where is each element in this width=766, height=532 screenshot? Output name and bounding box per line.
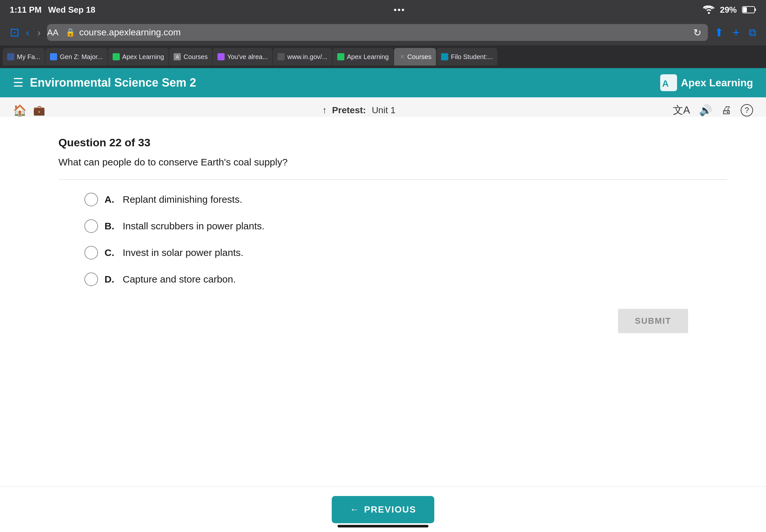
apex-logo-text: Apex Learning <box>681 77 753 89</box>
tab-favicon-courses1: A <box>174 53 181 60</box>
tab-label-ingov: www.in.gov/... <box>287 53 327 61</box>
print-icon[interactable]: 🖨 <box>721 104 732 116</box>
bottom-nav: ← PREVIOUS <box>0 487 766 532</box>
tabs-bar: My Fa... Gen Z: Major... Apex Learning A… <box>0 45 766 68</box>
tab-label-youve: You've alrea... <box>227 53 268 61</box>
time-display: 1:11 PM <box>10 5 42 15</box>
battery-icon <box>742 6 756 13</box>
tab-courses1[interactable]: A Courses <box>169 48 212 66</box>
tab-apex2[interactable]: Apex Learning <box>333 48 394 66</box>
apex-logo: A Apex Learning <box>660 74 753 91</box>
home-icon[interactable]: 🏠 <box>13 104 27 117</box>
tab-close-icon[interactable]: ✕ <box>400 53 405 60</box>
aa-label[interactable]: AA <box>47 28 58 38</box>
wifi-icon <box>703 6 715 14</box>
option-a-text: Replant diminishing forests. <box>123 194 242 205</box>
option-d-letter: D. <box>104 274 116 285</box>
apex-logo-icon: A <box>660 74 677 91</box>
address-bar[interactable]: AA 🔒 course.apexlearning.com ↻ <box>47 24 708 41</box>
home-indicator-bar <box>337 525 429 527</box>
svg-text:A: A <box>662 79 669 89</box>
option-c[interactable]: C. Invest in solar power plants. <box>84 246 727 260</box>
radio-b[interactable] <box>84 219 98 233</box>
briefcase-icon[interactable]: 💼 <box>33 104 45 116</box>
up-arrow-icon: ↑ <box>322 105 327 115</box>
submit-button[interactable]: SUBMIT <box>618 309 688 333</box>
tab-favicon-apex1 <box>113 53 120 60</box>
browser-chrome: ⊡ ‹ › AA 🔒 course.apexlearning.com ↻ ⬆ +… <box>0 19 766 45</box>
battery-display: 29% <box>720 5 737 15</box>
tab-label-apex1: Apex Learning <box>122 53 164 61</box>
pretest-unit: Unit 1 <box>371 105 395 115</box>
option-a-letter: A. <box>104 194 116 205</box>
tab-filo[interactable]: Filo Student:... <box>437 48 497 66</box>
tab-favicon-ingov <box>277 53 285 60</box>
options-list: A. Replant diminishing forests. B. Insta… <box>58 193 727 286</box>
status-left: 1:11 PM Wed Sep 18 <box>10 5 95 15</box>
pretest-nav: ↑ Pretest: Unit 1 <box>322 105 395 115</box>
url-display: course.apexlearning.com <box>79 27 181 38</box>
tab-label-courses2: Courses <box>407 53 432 61</box>
tab-favicon-filo <box>441 53 448 60</box>
tab-favicon-genz <box>50 53 57 60</box>
browser-nav-icons: ‹ › <box>26 27 41 39</box>
pretest-label: Pretest: <box>332 105 366 115</box>
tab-genz[interactable]: Gen Z: Major... <box>45 48 107 66</box>
translate-icon[interactable]: 文A <box>673 103 690 117</box>
option-b-text: Install scrubbers in power plants. <box>123 221 264 232</box>
course-title: Environmental Science Sem 2 <box>30 76 196 90</box>
tab-label-apex2: Apex Learning <box>347 53 389 61</box>
svg-rect-2 <box>755 8 756 11</box>
help-icon[interactable]: ? <box>741 104 753 116</box>
svg-rect-1 <box>743 7 747 12</box>
radio-c[interactable] <box>84 246 98 260</box>
tab-favicon-myfav <box>7 53 14 60</box>
audio-icon[interactable]: 🔊 <box>699 104 712 116</box>
tab-label-filo: Filo Student:... <box>451 53 493 61</box>
status-center <box>394 9 404 11</box>
share-icon[interactable]: ⬆ <box>714 26 723 39</box>
tab-myfav[interactable]: My Fa... <box>3 48 45 66</box>
question-number: Question 22 of 33 <box>58 136 727 149</box>
back-button[interactable]: ‹ <box>26 27 30 39</box>
tab-youve[interactable]: You've alrea... <box>213 48 272 66</box>
new-tab-icon[interactable]: + <box>733 26 740 40</box>
dots-indicator <box>394 9 404 11</box>
reload-icon[interactable]: ↻ <box>693 27 701 38</box>
status-right: 29% <box>703 5 756 15</box>
radio-d[interactable] <box>84 272 98 286</box>
sub-header-left: 🏠 💼 <box>13 104 45 117</box>
sidebar-toggle-icon[interactable]: ⊡ <box>10 26 19 39</box>
status-bar: 1:11 PM Wed Sep 18 29% <box>0 0 766 19</box>
browser-action-icons: ⬆ + ⧉ <box>714 26 756 40</box>
tab-label-courses1: Courses <box>183 53 207 61</box>
tab-apex1[interactable]: Apex Learning <box>108 48 169 66</box>
date-display: Wed Sep 18 <box>48 5 95 15</box>
submit-area: SUBMIT <box>58 309 727 333</box>
radio-a[interactable] <box>84 193 98 206</box>
tab-courses2[interactable]: ✕ Courses <box>394 48 436 66</box>
question-text: What can people do to conserve Earth's c… <box>58 157 727 168</box>
tab-ingov[interactable]: www.in.gov/... <box>273 48 332 66</box>
previous-arrow-icon: ← <box>350 504 359 515</box>
forward-button[interactable]: › <box>37 27 41 39</box>
previous-label: PREVIOUS <box>364 504 417 515</box>
hamburger-menu-icon[interactable]: ☰ <box>13 76 23 90</box>
lock-icon: 🔒 <box>66 28 75 37</box>
option-a[interactable]: A. Replant diminishing forests. <box>84 193 727 206</box>
option-b[interactable]: B. Install scrubbers in power plants. <box>84 219 727 233</box>
main-content: Question 22 of 33 What can people do to … <box>0 117 766 487</box>
option-c-text: Invest in solar power plants. <box>123 247 243 258</box>
option-c-letter: C. <box>104 247 116 258</box>
tabs-icon[interactable]: ⧉ <box>749 27 756 39</box>
course-header: ☰ Environmental Science Sem 2 A Apex Lea… <box>0 68 766 97</box>
sub-header-right: 文A 🔊 🖨 ? <box>673 103 753 117</box>
option-d[interactable]: D. Capture and store carbon. <box>84 272 727 286</box>
tab-label-genz: Gen Z: Major... <box>60 53 103 61</box>
tab-favicon-apex2 <box>337 53 344 60</box>
previous-button[interactable]: ← PREVIOUS <box>332 496 435 523</box>
question-divider <box>58 179 727 180</box>
tab-label-myfav: My Fa... <box>17 53 40 61</box>
tab-favicon-youve <box>217 53 225 60</box>
option-d-text: Capture and store carbon. <box>123 274 236 285</box>
